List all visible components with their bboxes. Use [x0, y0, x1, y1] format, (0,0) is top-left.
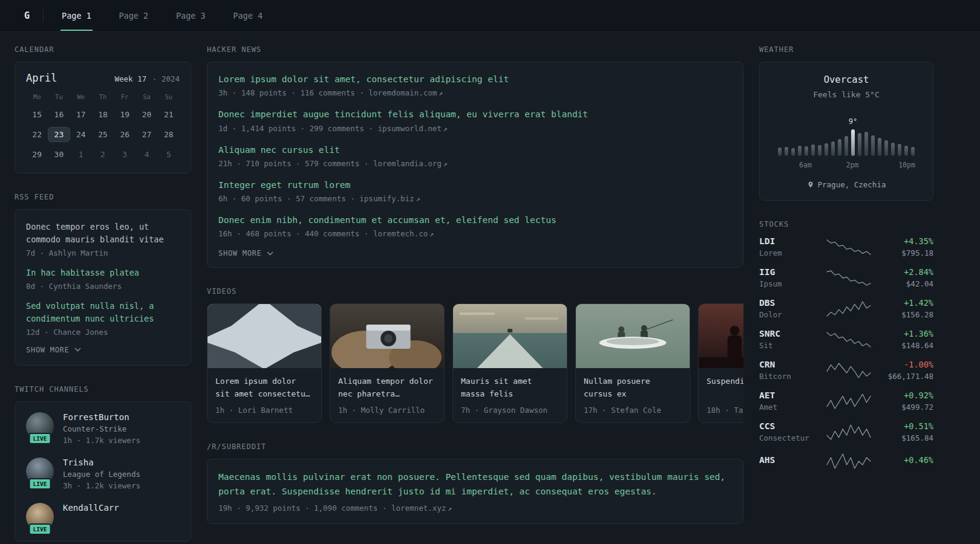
video-title[interactable]: Aliquam tempor dolor nec pharetra…	[338, 375, 436, 401]
topbar: G Page 1 Page 2 Page 3 Page 4	[0, 0, 980, 32]
twitch-channel-name[interactable]: KendallCarr	[63, 503, 119, 513]
calendar-widget: April Week 17 · 2024 Mo Tu We Th Fr Sa S…	[15, 62, 191, 173]
video-title[interactable]: Lorem ipsum dolor sit amet consectetu…	[215, 375, 313, 401]
rss-show-more-button[interactable]: SHOW MORE	[26, 346, 180, 354]
video-body: Suspendisse diam 18h · Tara	[699, 368, 743, 423]
calendar-date-next-month: 5	[158, 147, 180, 162]
hacker-news-widget: Lorem ipsum dolor sit amet, consectetur …	[207, 62, 743, 268]
hn-item-meta: 16h · 468 points · 440 comments · loremt…	[218, 229, 732, 238]
hn-item-title[interactable]: Aliquam nec cursus elit	[218, 144, 732, 156]
weather-bar	[818, 145, 822, 156]
weather-section: WEATHER Overcast Feels like 5°C 9° 6am 2…	[759, 45, 933, 201]
calendar-dow: Tu	[48, 93, 70, 100]
calendar-dow: Fr	[114, 93, 136, 100]
subreddit-post-title[interactable]: Maecenas mollis pulvinar erat non posuer…	[218, 470, 732, 499]
stock-change: +0.51%	[878, 421, 933, 431]
stock-row[interactable]: AHS +0.46%	[759, 452, 933, 470]
tab-page-2[interactable]: Page 2	[117, 1, 149, 31]
twitch-section-title: TWITCH CHANNELS	[15, 385, 191, 393]
hn-item: Aliquam nec cursus elit 21h · 710 points…	[218, 144, 732, 168]
stock-row[interactable]: AET Amet +0.92% $499.72	[759, 390, 933, 412]
stock-row[interactable]: SNRC Sit +1.36% $148.64	[759, 329, 933, 350]
stock-info: IIG Ipsum	[759, 267, 820, 288]
video-card[interactable]: Suspendisse diam 18h · Tara	[698, 303, 743, 423]
rss-widget: Donec tempor eros leo, ut commodo mauris…	[15, 209, 191, 366]
video-card[interactable]: Lorem ipsum dolor sit amet consectetu… 1…	[207, 303, 322, 423]
rss-item-title[interactable]: Sed volutpat nulla nisl, a condimentum n…	[26, 300, 180, 325]
location-pin-icon	[807, 181, 814, 189]
calendar-dow: Th	[92, 93, 114, 100]
stock-info: LDI Lorem	[759, 236, 820, 257]
stock-row[interactable]: CCS Consectetur +0.51% $165.84	[759, 421, 933, 442]
hn-item: Donec enim nibh, condimentum et accumsan…	[218, 214, 732, 238]
hn-item-stats: 16h · 468 points · 440 comments ·	[218, 229, 368, 238]
stock-row[interactable]: LDI Lorem +4.35% $795.18	[759, 236, 933, 257]
subreddit-widget: Maecenas mollis pulvinar erat non posuer…	[207, 459, 743, 524]
rss-item-title[interactable]: In hac habitasse platea	[26, 267, 180, 279]
video-title[interactable]: Suspendisse diam	[707, 375, 743, 401]
hn-item-domain[interactable]: loremtech.co	[373, 229, 428, 238]
video-card[interactable]: Mauris sit amet massa felis 7h · Grayson…	[452, 303, 567, 423]
rss-item-title[interactable]: Donec tempor eros leo, ut commodo mauris…	[26, 221, 180, 246]
calendar-week-info: Week 17 · 2024	[115, 73, 180, 84]
hn-item-meta: 21h · 710 points · 579 comments · loreml…	[218, 159, 732, 168]
hn-item-title[interactable]: Donec enim nibh, condimentum et accumsan…	[218, 214, 732, 226]
video-card[interactable]: Aliquam tempor dolor nec pharetra… 1h · …	[330, 303, 445, 423]
hn-item-title[interactable]: Donec imperdiet augue tincidunt felis al…	[218, 108, 732, 120]
video-thumbnail	[330, 304, 444, 368]
weather-bar	[858, 133, 861, 156]
live-badge: LIVE	[29, 478, 51, 490]
external-link-icon: ↗	[416, 195, 420, 203]
stock-price: $499.72	[878, 403, 933, 412]
hacker-news-section-title: HACKER NEWS	[207, 45, 743, 54]
stock-ticker: CRN	[759, 360, 820, 369]
stock-sparkline	[820, 269, 878, 287]
video-meta: 1h · Lori Barnett	[215, 406, 313, 415]
hn-item-domain[interactable]: loremdomain.com	[368, 88, 437, 97]
calendar-date: 25	[92, 127, 114, 142]
hn-item-domain[interactable]: loremlandia.org	[373, 159, 442, 168]
video-title[interactable]: Mauris sit amet massa felis	[461, 375, 559, 401]
stock-sparkline	[820, 452, 878, 470]
stock-info: SNRC Sit	[759, 329, 820, 350]
stock-sparkline	[820, 392, 878, 410]
calendar-date: 21	[158, 107, 180, 122]
stock-row[interactable]: IIG Ipsum +2.84% $42.04	[759, 267, 933, 288]
tab-page-4[interactable]: Page 4	[232, 1, 264, 31]
hn-item-domain[interactable]: ipsumworld.net	[377, 124, 441, 133]
hn-item-domain[interactable]: ipsumify.biz	[359, 194, 414, 203]
twitch-avatar-wrap: LIVE	[26, 503, 54, 531]
stock-values: +0.46%	[878, 455, 933, 467]
video-card[interactable]: Nullam posuere cursus ex 17h · Stefan Co…	[575, 303, 690, 423]
hn-item-meta: 6h · 60 points · 57 comments · ipsumify.…	[218, 194, 732, 203]
subreddit-post-domain[interactable]: loremnet.xyz	[391, 504, 446, 513]
hn-item: Donec imperdiet augue tincidunt felis al…	[218, 108, 732, 132]
twitch-channel[interactable]: LIVE KendallCarr	[26, 503, 180, 531]
hn-item-meta: 1d · 1,414 points · 299 comments · ipsum…	[218, 124, 732, 133]
hn-item-title[interactable]: Lorem ipsum dolor sit amet, consectetur …	[218, 73, 732, 85]
app-logo[interactable]: G	[24, 10, 30, 21]
weather-bar	[825, 143, 828, 156]
stock-name: Lorem	[759, 248, 820, 257]
stock-row[interactable]: CRN Bitcorn -1.00% $66,171.48	[759, 360, 933, 381]
stock-row[interactable]: DBS Dolor +1.42% $156.28	[759, 298, 933, 319]
subreddit-section: /R/SUBREDDIT Maecenas mollis pulvinar er…	[207, 442, 743, 524]
calendar-date-selected: 23	[48, 127, 70, 142]
weather-time-label: 6am	[799, 161, 812, 169]
tab-page-3[interactable]: Page 3	[175, 1, 207, 31]
twitch-channel-name[interactable]: Trisha	[63, 458, 140, 467]
hn-show-more-button[interactable]: SHOW MORE	[218, 249, 732, 257]
tab-page-1[interactable]: Page 1	[60, 1, 93, 31]
stock-ticker: CCS	[759, 421, 820, 431]
weather-bar	[811, 144, 815, 156]
stock-price: $42.04	[878, 279, 933, 288]
twitch-channel[interactable]: LIVE ForrestBurton Counter-Strike 1h · 1…	[26, 412, 180, 445]
weather-bar	[871, 135, 875, 156]
twitch-channel[interactable]: LIVE Trisha League of Legends 3h · 1.2k …	[26, 458, 180, 490]
twitch-channel-name[interactable]: ForrestBurton	[63, 412, 140, 422]
calendar-date-next-month: 1	[70, 147, 92, 162]
rss-show-more-label: SHOW MORE	[26, 346, 70, 354]
hn-item-title[interactable]: Integer eget rutrum lorem	[218, 179, 732, 191]
weather-bar	[891, 143, 895, 156]
video-title[interactable]: Nullam posuere cursus ex	[584, 375, 682, 401]
